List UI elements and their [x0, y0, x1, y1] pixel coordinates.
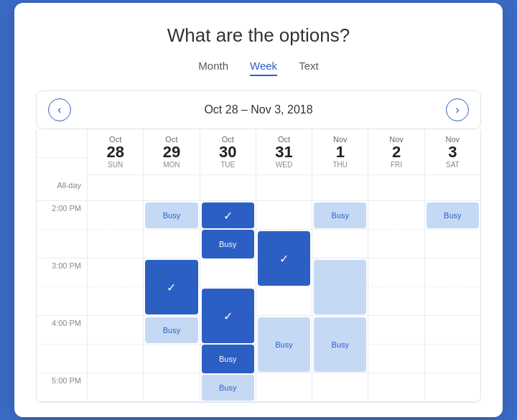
col-mon: Oct 29 MON: [143, 129, 199, 175]
cell-fri-3: [368, 258, 424, 287]
event-thu-busy3: Busy: [314, 317, 366, 372]
cell-sat-5: [424, 373, 480, 402]
page-title: What are the options?: [36, 24, 481, 47]
cell-fri-230: [368, 230, 424, 258]
cell-wed-330: [256, 287, 312, 316]
cell-sun-3: [87, 258, 143, 287]
row-330pm: ✓: [37, 287, 480, 316]
col-sun: Oct 28 SUN: [87, 129, 143, 175]
cell-mon-2: Busy: [143, 201, 199, 230]
col-fri: Nov 2 FRI: [368, 129, 424, 175]
event-mon-check1: ✓: [145, 260, 197, 314]
event-mon-busy1: Busy: [145, 202, 197, 228]
cell-mon-5: [143, 373, 199, 402]
cell-fri-2: [368, 201, 424, 230]
main-card: What are the options? Month Week Text ‹ …: [14, 3, 503, 417]
allday-wed: [256, 175, 312, 201]
time-230pm: [37, 230, 87, 258]
allday-mon: [143, 175, 199, 201]
event-sat-busy1: Busy: [427, 202, 479, 228]
tab-text[interactable]: Text: [299, 60, 319, 76]
cell-mon-4: Busy: [143, 316, 199, 345]
prev-button[interactable]: ‹: [48, 98, 71, 121]
cell-tue-330: ✓: [200, 287, 256, 316]
cell-wed-2: [256, 201, 312, 230]
cell-sun-230: [87, 230, 143, 258]
col-sat: Nov 3 SAT: [424, 129, 480, 175]
cell-tue-5: Busy: [200, 373, 256, 402]
event-wed-busy1: Busy: [258, 317, 310, 372]
col-tue: Oct 30 TUE: [200, 129, 256, 175]
row-5pm: 5:00 PM Busy: [37, 373, 480, 402]
allday-sat: [424, 175, 480, 201]
cell-fri-330: [368, 287, 424, 316]
cell-sun-2: [87, 201, 143, 230]
event-tue-check2: ✓: [202, 289, 254, 343]
cell-thu-5: [312, 373, 368, 402]
tab-month[interactable]: Month: [198, 60, 228, 76]
cell-sat-2: Busy: [424, 201, 480, 230]
cell-mon-230: [143, 230, 199, 258]
tab-week[interactable]: Week: [250, 60, 277, 76]
col-thu: Nov 1 THU: [312, 129, 368, 175]
event-thu-busy1: Busy: [314, 202, 366, 228]
event-thu-busy2: [314, 260, 366, 314]
time-330pm: [37, 287, 87, 316]
allday-sun: [87, 175, 143, 201]
time-5pm: 5:00 PM: [37, 373, 87, 402]
allday-row: All-day: [37, 175, 480, 201]
cell-thu-3: [312, 258, 368, 287]
cell-sat-230: [424, 230, 480, 258]
calendar: Oct 28 SUN Oct 29 MON Oct 30 TUE Oct 31 …: [36, 129, 481, 403]
date-range-label: Oct 28 – Nov 3, 2018: [204, 103, 312, 116]
cell-mon-430: [143, 345, 199, 373]
cell-mon-3: ✓: [143, 258, 199, 287]
row-4pm: 4:00 PM Busy Busy Busy: [37, 316, 480, 345]
allday-label: All-day: [37, 175, 87, 201]
allday-tue: [200, 175, 256, 201]
event-wed-check1: ✓: [258, 231, 310, 286]
row-2pm: 2:00 PM Busy ✓ Busy Busy: [37, 201, 480, 230]
cell-tue-2: ✓: [200, 201, 256, 230]
cell-sun-5: [87, 373, 143, 402]
cell-thu-2: Busy: [312, 201, 368, 230]
next-button[interactable]: ›: [446, 98, 469, 121]
cell-sat-3: [424, 258, 480, 287]
cell-sun-430: [87, 345, 143, 373]
cell-thu-230: [312, 230, 368, 258]
cell-sun-330: [87, 287, 143, 316]
cell-sat-4: [424, 316, 480, 345]
cell-wed-230: ✓: [256, 230, 312, 258]
cell-fri-430: [368, 345, 424, 373]
row-230pm: Busy ✓: [37, 230, 480, 258]
cell-tue-230: Busy: [200, 230, 256, 258]
event-tue-busy1: Busy: [202, 230, 254, 258]
allday-fri: [368, 175, 424, 201]
allday-thu: [312, 175, 368, 201]
header-empty: [37, 129, 87, 158]
cell-fri-5: [368, 373, 424, 402]
cell-sat-330: [424, 287, 480, 316]
cell-tue-3: [200, 258, 256, 287]
col-wed: Oct 31 WED: [256, 129, 312, 175]
cell-fri-4: [368, 316, 424, 345]
time-4pm: 4:00 PM: [37, 316, 87, 345]
tab-bar: Month Week Text: [36, 60, 481, 76]
cell-tue-430: Busy: [200, 345, 256, 373]
event-tue-busy3: Busy: [202, 375, 254, 401]
date-nav: ‹ Oct 28 – Nov 3, 2018 ›: [36, 90, 481, 129]
event-tue-busy2: Busy: [202, 345, 254, 373]
cell-sun-4: [87, 316, 143, 345]
time-3pm: 3:00 PM: [37, 258, 87, 287]
cell-sat-430: [424, 345, 480, 373]
event-tue-check1: ✓: [202, 202, 254, 228]
cell-thu-4: Busy: [312, 316, 368, 345]
cell-wed-5: [256, 373, 312, 402]
time-430pm: [37, 345, 87, 373]
calendar-header: Oct 28 SUN Oct 29 MON Oct 30 TUE Oct 31 …: [37, 129, 480, 175]
time-2pm: 2:00 PM: [37, 201, 87, 230]
event-mon-busy2: Busy: [145, 317, 197, 343]
cell-wed-4: Busy: [256, 316, 312, 345]
